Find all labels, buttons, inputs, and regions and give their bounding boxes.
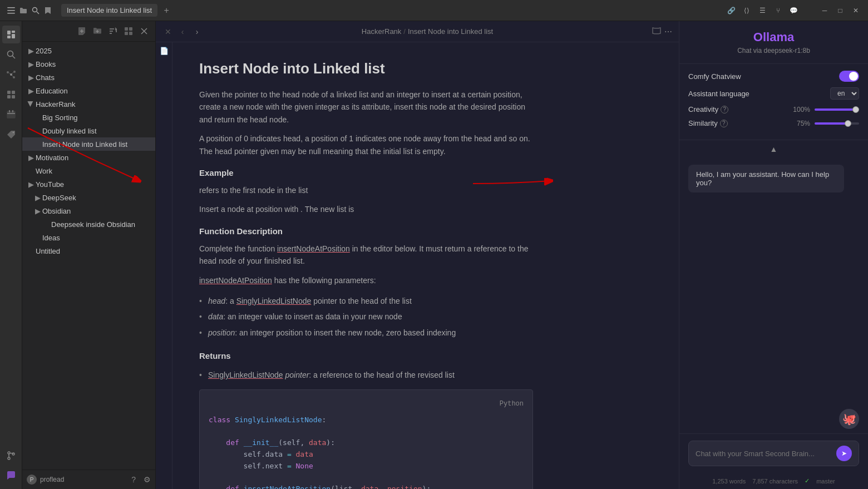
svg-rect-19	[12, 91, 15, 94]
sidebar-item-ideas[interactable]: Ideas	[22, 231, 155, 244]
sidebar-item-untitled[interactable]: Untitled	[22, 244, 155, 258]
sidebar-item-books[interactable]: ▶ Books	[22, 57, 155, 71]
svg-rect-42	[129, 32, 132, 35]
sidebar-item-2025[interactable]: ▶ 2025	[22, 44, 155, 57]
activity-tags[interactable]	[2, 126, 20, 144]
add-tab-button[interactable]: +	[160, 4, 173, 17]
returns-list: SinglyLinkedListNode pointer: a referenc…	[199, 367, 533, 383]
username-label: proflead	[40, 476, 128, 483]
activity-search[interactable]	[2, 46, 20, 63]
comfy-chatview-row: Comfy Chatview	[688, 71, 859, 82]
search-title-icon[interactable]	[31, 6, 40, 15]
tab-bar: Insert Node into Linked list +	[57, 4, 721, 17]
sidebar-item-education[interactable]: ▶ Education	[22, 84, 155, 97]
maximize-button[interactable]: □	[835, 5, 846, 16]
similarity-help-icon[interactable]: ?	[720, 120, 728, 127]
list-icon[interactable]: ☰	[757, 5, 768, 16]
folder-icon[interactable]	[19, 6, 28, 15]
chevron-right-icon: ▶	[33, 206, 42, 215]
note-content-area: Insert Node into Linked list Given the p…	[172, 42, 679, 489]
creativity-help-icon[interactable]: ?	[721, 106, 728, 113]
code-icon[interactable]: ⟨⟩	[741, 5, 752, 16]
note-panel: ✕ ‹ › HackerRank / Insert Node into Link…	[156, 21, 679, 489]
user-avatar[interactable]: P	[27, 475, 37, 485]
breadcrumb-parent[interactable]: HackerRank	[362, 27, 402, 36]
comment-icon[interactable]: 💬	[788, 5, 799, 16]
word-count: 1,253 words	[712, 478, 746, 485]
avatar-emoji: 🐙	[842, 412, 856, 426]
param-heading: insertNodeAtPosition has the following p…	[199, 274, 533, 287]
chevron-right-icon: ▶	[27, 86, 36, 95]
svg-rect-39	[125, 27, 128, 31]
activity-apps[interactable]	[2, 86, 20, 103]
minimize-button[interactable]: ─	[819, 5, 830, 16]
activity-chat[interactable]	[2, 467, 20, 485]
sidebar-item-big-sorting[interactable]: Big Sorting	[22, 111, 155, 124]
ai-chat-input[interactable]	[696, 450, 832, 458]
ai-messages: Hello, I am your assistant. How can I he…	[679, 158, 868, 409]
sidebar-item-motivation[interactable]: ▶ Motivation	[22, 151, 155, 164]
sidebar-item-chats[interactable]: ▶ Chats	[22, 71, 155, 84]
language-select[interactable]: en de fr	[830, 87, 859, 100]
activity-git[interactable]	[2, 447, 20, 465]
creativity-row: Creativity ? 100%	[688, 105, 859, 113]
close-note-icon[interactable]: ✕	[162, 26, 174, 37]
back-icon[interactable]: ‹	[177, 26, 188, 37]
similarity-row: Similarity ? 75%	[688, 119, 859, 127]
svg-rect-40	[129, 27, 132, 31]
sidebar-item-label: YouTube	[36, 180, 151, 189]
svg-rect-8	[12, 34, 15, 38]
sidebar-item-deepseek[interactable]: ▶ DeepSeek	[22, 191, 155, 204]
sidebar-item-doubly-linked[interactable]: Doubly linked list	[22, 124, 155, 137]
settings-button[interactable]: ⚙	[144, 475, 151, 484]
return-item: SinglyLinkedListNode pointer: a referenc…	[199, 367, 533, 383]
ai-input-area: ➤	[679, 433, 868, 473]
sort-button[interactable]	[106, 24, 120, 38]
link-icon[interactable]: 🔗	[726, 5, 737, 16]
close-button[interactable]: ✕	[850, 5, 861, 16]
sidebar-item-insert-node[interactable]: Insert Node into Linked list	[22, 137, 155, 151]
comfy-chatview-toggle[interactable]	[839, 71, 859, 82]
more-options-icon[interactable]: ⋯	[664, 27, 672, 36]
chevron-right-icon: ▶	[27, 60, 36, 68]
forward-icon[interactable]: ›	[191, 26, 203, 37]
sidebar-item-label: DeepSeek	[42, 194, 151, 202]
intro-paragraph-2: A position of 0 indicates head, a positi…	[199, 132, 533, 157]
close-sidebar-button[interactable]	[137, 24, 151, 38]
read-mode-icon[interactable]	[652, 26, 661, 37]
sidebar-item-youtube[interactable]: ▶ YouTube	[22, 177, 155, 191]
breadcrumb-separator: /	[403, 27, 406, 36]
activity-calendar[interactable]	[2, 106, 20, 124]
sidebar-item-obsidian[interactable]: ▶ Obsidian	[22, 204, 155, 218]
new-note-button[interactable]	[75, 24, 88, 38]
bookmark-icon[interactable]	[43, 6, 52, 15]
svg-rect-18	[7, 91, 11, 94]
creativity-slider[interactable]	[815, 108, 859, 111]
chevron-right-icon: ▶	[33, 193, 42, 202]
svg-rect-22	[7, 111, 15, 118]
active-tab[interactable]: Insert Node into Linked list	[61, 4, 157, 17]
code-language-label: Python	[209, 399, 524, 409]
git-branch-icon[interactable]: ⑂	[772, 5, 783, 16]
sidebar-item-work[interactable]: Work	[22, 164, 155, 177]
new-folder-button[interactable]	[91, 24, 104, 38]
help-button[interactable]: ?	[131, 475, 136, 484]
similarity-slider[interactable]	[815, 122, 859, 125]
note-title: Insert Node into Linked list	[199, 60, 652, 77]
ai-settings: Comfy Chatview Assistant language en de …	[679, 64, 868, 140]
creativity-slider-container: 100%	[790, 106, 859, 113]
sidebar-item-deepseek-obsidian[interactable]: Deepseek inside Obsidian	[22, 218, 155, 231]
example-text: refers to the first node in the list	[199, 184, 533, 196]
note-icon[interactable]: 📄	[160, 47, 169, 55]
ai-send-button[interactable]: ➤	[836, 446, 852, 461]
grid-view-button[interactable]	[122, 24, 135, 38]
activity-files[interactable]	[2, 26, 20, 43]
sidebar-item-hackerrank[interactable]: ▶ HackerRank	[22, 97, 155, 111]
hamburger-icon[interactable]	[7, 6, 16, 15]
activity-graph[interactable]	[2, 66, 20, 83]
returns-heading: Returns	[199, 349, 533, 363]
ai-subtitle: Chat via deepseek-r1:8b	[688, 47, 859, 55]
spacer	[42, 220, 51, 229]
ai-collapse-button[interactable]: ▲	[679, 140, 868, 158]
chevron-right-icon: ▶	[27, 73, 36, 82]
